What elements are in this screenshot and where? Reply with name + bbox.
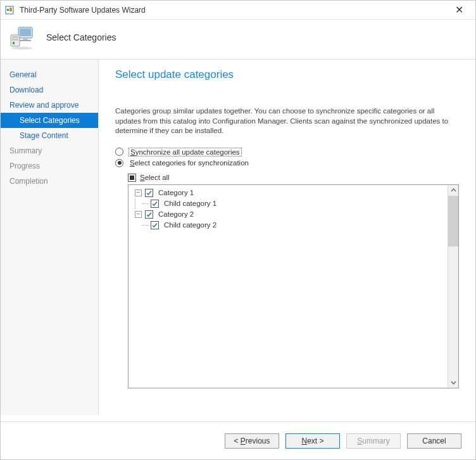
- wizard-body: General Download Review and approve Sele…: [1, 59, 475, 415]
- radio-select-categories[interactable]: Select categories for synchronization: [115, 159, 459, 167]
- svg-rect-8: [12, 36, 18, 38]
- sidebar-item-progress[interactable]: Progress: [1, 158, 98, 174]
- select-all-checkbox[interactable]: Select all: [128, 174, 459, 182]
- window-title: Third-Party Software Updates Wizard: [20, 6, 446, 15]
- next-button[interactable]: Next >: [285, 433, 340, 449]
- page-title: Select update categories: [115, 68, 459, 81]
- svg-rect-6: [20, 40, 31, 41]
- wizard-icon: [9, 25, 37, 50]
- scroll-up-icon[interactable]: [448, 185, 458, 196]
- scroll-thumb[interactable]: [448, 196, 458, 246]
- radio-sync-all[interactable]: Synchronize all update categories: [115, 148, 459, 157]
- sidebar-item-select-categories[interactable]: Select Categories: [1, 113, 98, 128]
- categories-tree[interactable]: − Category 1 Child category 1 −: [128, 184, 459, 388]
- checkbox-icon[interactable]: [145, 210, 153, 219]
- checkbox-icon[interactable]: [151, 221, 159, 229]
- tree-node-label: Child category 2: [164, 221, 216, 229]
- header: Select Categories: [1, 20, 475, 59]
- svg-rect-1: [7, 9, 9, 11]
- tree-node-child[interactable]: Child category 1: [131, 198, 456, 209]
- sidebar-item-download[interactable]: Download: [1, 82, 98, 98]
- scrollbar[interactable]: [448, 185, 458, 388]
- previous-button[interactable]: < Previous: [225, 433, 279, 449]
- title-bar: Third-Party Software Updates Wizard ✕: [1, 1, 475, 20]
- svg-rect-4: [20, 29, 31, 36]
- summary-button: Summary: [346, 433, 401, 449]
- radio-icon: [115, 159, 123, 167]
- select-all-label: Select all: [140, 174, 170, 181]
- svg-rect-10: [13, 42, 15, 44]
- sidebar-item-review[interactable]: Review and approve: [1, 98, 98, 113]
- checkbox-icon[interactable]: [151, 200, 159, 208]
- sidebar-item-completion[interactable]: Completion: [1, 174, 98, 189]
- svg-rect-9: [12, 39, 18, 41]
- svg-point-11: [11, 47, 33, 49]
- footer: < Previous Next > Summary Cancel: [1, 421, 475, 459]
- close-button[interactable]: ✕: [446, 1, 472, 19]
- scroll-down-icon[interactable]: [448, 377, 458, 388]
- sidebar-item-stage-content[interactable]: Stage Content: [1, 128, 98, 143]
- tree-node-category[interactable]: − Category 1: [131, 188, 456, 198]
- radio-sync-all-label: Synchronize all update categories: [128, 148, 242, 157]
- sidebar-item-summary[interactable]: Summary: [1, 143, 98, 158]
- radio-icon: [115, 148, 123, 156]
- checkbox-icon[interactable]: [145, 189, 153, 197]
- tree-node-label: Category 1: [158, 189, 194, 196]
- page-description: Categories group similar updates togethe…: [115, 106, 459, 136]
- sidebar-item-general[interactable]: General: [1, 67, 98, 82]
- window-icon: [4, 5, 15, 15]
- content-pane: Select update categories Categories grou…: [99, 60, 475, 415]
- tree-node-child[interactable]: Child category 2: [131, 220, 456, 231]
- collapse-icon[interactable]: −: [135, 211, 142, 218]
- svg-rect-5: [23, 38, 28, 40]
- tree-node-category[interactable]: − Category 2: [131, 209, 456, 220]
- radio-select-categories-label: Select categories for synchronization: [128, 159, 250, 167]
- cancel-button[interactable]: Cancel: [407, 433, 461, 449]
- sidebar: General Download Review and approve Sele…: [1, 60, 99, 415]
- tree-node-label: Child category 1: [164, 200, 216, 207]
- checkbox-icon: [128, 174, 136, 182]
- scroll-track[interactable]: [448, 246, 458, 377]
- svg-rect-2: [9, 8, 12, 11]
- tree-node-label: Category 2: [158, 210, 194, 218]
- collapse-icon[interactable]: −: [135, 189, 142, 196]
- step-title: Select Categories: [46, 32, 116, 42]
